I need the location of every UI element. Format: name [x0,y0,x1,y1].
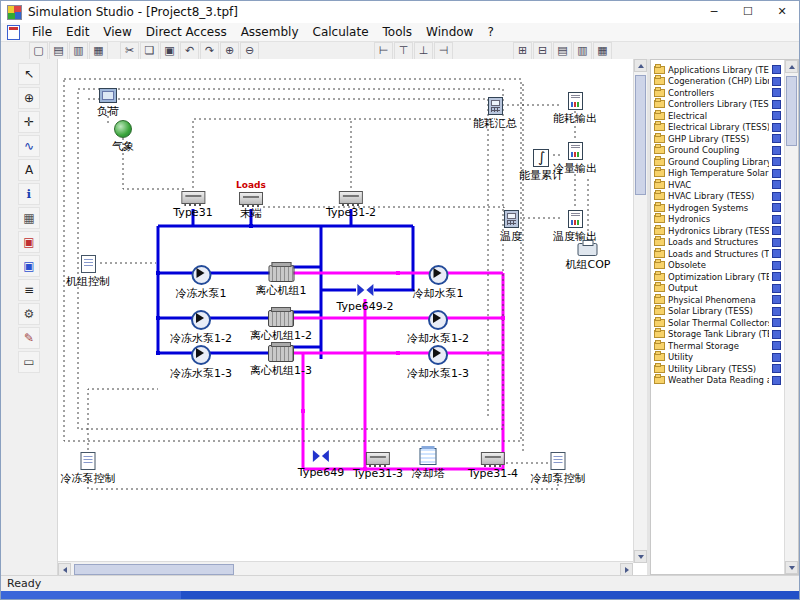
expand-button[interactable] [772,272,781,281]
menu-item-edit[interactable]: Edit [59,24,96,40]
zoom-in-button[interactable]: ⊕ [220,42,239,60]
open-button[interactable]: ▤ [49,42,68,60]
component-chiller-1[interactable]: 离心机组1 [256,265,307,297]
component-cw-pump-3[interactable]: 冷却水泵1-3 [407,345,469,380]
expand-button[interactable] [772,261,781,270]
component-unit-cop[interactable]: 机组COP [566,243,611,271]
expand-button[interactable] [772,284,781,293]
expand-button[interactable] [772,123,781,132]
canvas-vertical-scroll-thumb[interactable] [635,75,646,195]
component-weather[interactable]: 气象 [112,120,134,153]
component-chw-pump-control[interactable]: 冷冻泵控制 [61,452,116,485]
pencil-tool-button[interactable]: ✎ [18,327,40,349]
component-temperature-output[interactable]: 温度输出 [553,210,597,243]
new-button[interactable]: ▢ [29,42,48,60]
menu-item-view[interactable]: View [96,24,138,40]
component-type649-2[interactable]: Type649-2 [336,282,393,313]
component-cooling-output[interactable]: 冷量输出 [553,142,597,175]
view-grid-button[interactable]: ▦ [593,42,612,60]
expand-button[interactable] [772,330,781,339]
component-type31-4[interactable]: Type31-4 [468,452,518,480]
align-top-button[interactable]: ⊤ [394,42,413,60]
window-tile-button[interactable]: ⊞ [513,42,532,60]
component-cw-pump-control[interactable]: 冷却泵控制 [531,452,586,485]
blue-swatch-tool-button[interactable]: ▣ [18,255,40,277]
select-tool-button[interactable]: ↖ [18,63,40,85]
text-tool-button[interactable]: A [18,159,40,181]
expand-button[interactable] [772,111,781,120]
library-scroll-thumb[interactable] [786,76,797,146]
component-energy-output[interactable]: 能耗输出 [553,92,597,125]
library-item-solar-thermal-collectors[interactable]: Solar Thermal Collectors [651,317,784,329]
link-tool-button[interactable]: ∿ [18,135,40,157]
view-details-button[interactable]: ▥ [573,42,592,60]
expand-button[interactable] [772,77,781,86]
window-cascade-button[interactable]: ⊟ [533,42,552,60]
expand-button[interactable] [772,341,781,350]
canvas-horizontal-scroll-thumb[interactable] [74,564,234,575]
library-item-loads-and-structures[interactable]: Loads and Structures [651,237,784,249]
library-scroll-up-button[interactable] [785,60,798,73]
library-item-output[interactable]: Output [651,283,784,295]
library-item-solar-library-tess[interactable]: Solar Library (TESS) [651,306,784,318]
expand-button[interactable] [772,376,781,385]
link-chw-type649-2-riser[interactable] [374,226,413,290]
library-item-electrical-library-tess[interactable]: Electrical Library (TESS) [651,122,784,134]
library-item-high-temperature-solar-tess[interactable]: High Temperature Solar (TESS) [651,168,784,180]
expand-button[interactable] [772,295,781,304]
red-swatch-tool-button[interactable]: ▣ [18,231,40,253]
minimize-button[interactable]: ─ [697,1,731,23]
component-cw-pump-1[interactable]: 冷却水泵1 [413,265,464,300]
expand-button[interactable] [772,238,781,247]
library-item-controllers[interactable]: Controllers [651,87,784,99]
canvas-vertical-scrollbar[interactable] [633,59,647,563]
library-item-storage-tank-library-tess[interactable]: Storage Tank Library (TESS) [651,329,784,341]
library-item-electrical[interactable]: Electrical [651,110,784,122]
library-item-optimization-library-tess[interactable]: Optimization Library (TESS) [651,271,784,283]
library-item-thermal-storage[interactable]: Thermal Storage [651,340,784,352]
menu-item-assembly[interactable]: Assembly [234,24,306,40]
library-item-ground-coupling-library-tess[interactable]: Ground Coupling Library (TESS) [651,156,784,168]
library-item-hvac-library-tess[interactable]: HVAC Library (TESS) [651,191,784,203]
library-item-hydrogen-systems[interactable]: Hydrogen Systems [651,202,784,214]
layers-tool-button[interactable]: ≡ [18,279,40,301]
menu-item-window[interactable]: Window [419,24,480,40]
library-item-hydronics-library-tess[interactable]: Hydronics Library (TESS) [651,225,784,237]
component-type31-3[interactable]: Type31-3 [353,452,403,480]
diagram-canvas[interactable]: 负荷气象Type31末端Type31-2机组控制冷冻水泵1离心机组1Type64… [58,59,633,563]
library-item-ghp-library-tess[interactable]: GHP Library (TESS) [651,133,784,145]
canvas-horizontal-scrollbar[interactable] [58,561,633,575]
expand-button[interactable] [772,134,781,143]
component-cooling-tower[interactable]: 冷却塔 [412,448,445,480]
library-item-obsolete[interactable]: Obsolete [651,260,784,272]
expand-button[interactable] [772,249,781,258]
pan-tool-button[interactable]: ✛ [18,111,40,133]
expand-button[interactable] [772,88,781,97]
align-right-button[interactable]: ⊣ [434,42,453,60]
expand-button[interactable] [772,157,781,166]
undo-button[interactable]: ↶ [180,42,199,60]
component-chiller-2[interactable]: 离心机组1-2 [250,310,312,342]
maximize-button[interactable]: ☐ [731,1,765,23]
paste-button[interactable]: ▣ [160,42,179,60]
expand-button[interactable] [772,100,781,109]
expand-button[interactable] [772,364,781,373]
component-chiller-3[interactable]: 离心机组1-3 [250,345,312,377]
component-chw-pump-2[interactable]: 冷冻水泵1-2 [170,310,232,345]
library-scrollbar[interactable] [784,60,798,574]
expand-button[interactable] [772,169,781,178]
expand-button[interactable] [772,353,781,362]
menu-item-file[interactable]: File [25,24,59,40]
canvas-scroll-up-button[interactable] [634,59,647,72]
expand-button[interactable] [772,192,781,201]
expand-button[interactable] [772,203,781,212]
expand-button[interactable] [772,146,781,155]
expand-button[interactable] [772,226,781,235]
link-ctrl-terminal-temp[interactable] [263,207,504,212]
library-item-hvac[interactable]: HVAC [651,179,784,191]
library-item-cogeneration-chp-library-tess[interactable]: Cogeneration (CHP) Library (TESS) [651,76,784,88]
info-tool-button[interactable]: ℹ [18,183,40,205]
component-unit-control[interactable]: 机组控制 [66,255,110,288]
cut-button[interactable]: ✂ [120,42,139,60]
expand-button[interactable] [772,180,781,189]
